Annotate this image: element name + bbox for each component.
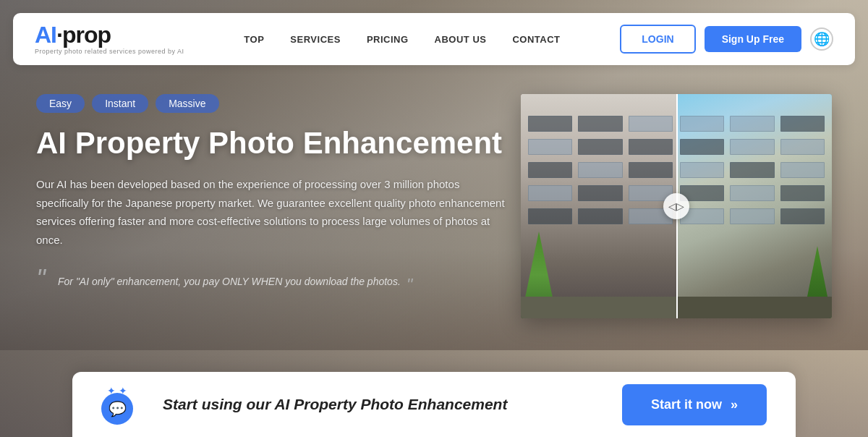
building-windows-after xyxy=(680,116,825,232)
cta-strip: ✦ ✦ 💬 Start using our AI Property Photo … xyxy=(72,372,796,437)
ground-before xyxy=(521,297,676,318)
hero-tags: Easy Instant Massive xyxy=(36,94,506,113)
quote-text: For "AI only" enhancement, you pay ONLY … xyxy=(58,276,401,287)
nav-actions: LOGIN Sign Up Free 🌐 xyxy=(620,25,833,54)
login-button[interactable]: LOGIN xyxy=(620,25,695,54)
language-icon[interactable]: 🌐 xyxy=(810,27,833,51)
building-windows-before xyxy=(528,116,673,232)
comparison-handle[interactable]: ◁▷ xyxy=(663,193,689,219)
nav-contact[interactable]: CONTACT xyxy=(512,34,560,45)
logo: AI·prop Property photo related services … xyxy=(35,23,184,55)
tag-instant: Instant xyxy=(92,94,148,113)
nav-about[interactable]: ABOUT US xyxy=(435,34,487,45)
signup-button[interactable]: Sign Up Free xyxy=(705,26,801,52)
logo-text: AI·prop xyxy=(35,23,111,46)
cta-button[interactable]: Start it now » xyxy=(622,384,767,425)
cta-button-label: Start it now xyxy=(651,397,722,412)
logo-prop: prop xyxy=(62,22,111,48)
quote-close-icon: " xyxy=(407,275,413,294)
chat-bubble-icon: 💬 xyxy=(101,393,133,425)
hero-title: AI Property Photo Enhancement xyxy=(36,126,506,161)
after-image-inner xyxy=(676,94,832,318)
navbar: AI·prop Property photo related services … xyxy=(13,13,855,65)
tag-massive: Massive xyxy=(156,94,218,113)
before-image-inner xyxy=(521,94,676,318)
cta-text: Start using our AI Property Photo Enhanc… xyxy=(163,396,600,413)
nav-top[interactable]: TOP xyxy=(244,34,264,45)
after-image xyxy=(676,94,832,318)
nav-links: TOP SERVICES PRICING ABOUT US CONTACT xyxy=(184,34,621,45)
cta-button-arrow-icon: » xyxy=(731,397,738,412)
nav-services[interactable]: SERVICES xyxy=(290,34,341,45)
logo-dash: · xyxy=(56,22,62,48)
logo-ai: AI xyxy=(35,22,56,48)
hero-quote: " For "AI only" enhancement, you pay ONL… xyxy=(36,269,506,301)
nav-pricing[interactable]: PRICING xyxy=(367,34,409,45)
hero-description: Our AI has been developed based on the e… xyxy=(36,175,506,249)
ground-after xyxy=(676,297,832,318)
logo-subtitle: Property photo related services powered … xyxy=(35,48,184,55)
quote-open-icon: " xyxy=(36,266,46,292)
cta-icon-area: ✦ ✦ 💬 xyxy=(101,385,141,425)
hero-content: Easy Instant Massive AI Property Photo E… xyxy=(36,94,506,301)
before-image xyxy=(521,94,676,318)
tag-easy: Easy xyxy=(36,94,85,113)
before-after-comparison: ◁▷ xyxy=(521,94,832,318)
